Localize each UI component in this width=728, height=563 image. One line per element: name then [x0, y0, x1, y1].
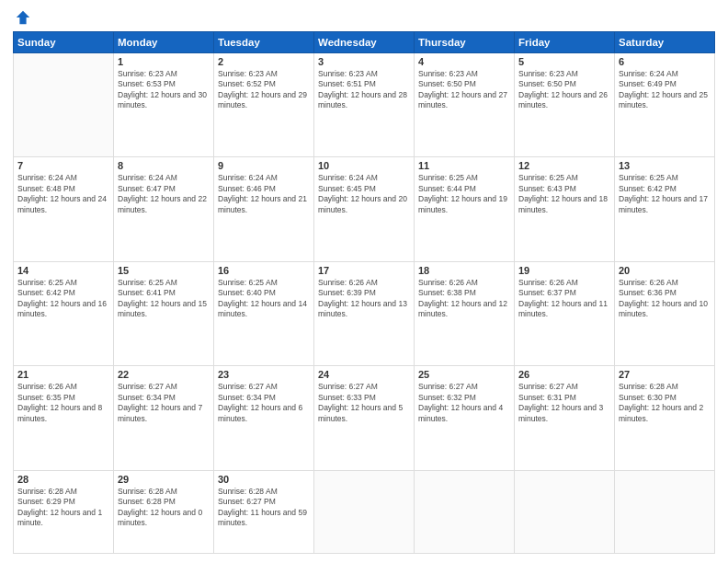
calendar-cell: 27Sunrise: 6:28 AMSunset: 6:30 PMDayligh…	[615, 366, 715, 470]
calendar-week-row: 1Sunrise: 6:23 AMSunset: 6:53 PMDaylight…	[14, 53, 715, 157]
calendar-cell: 3Sunrise: 6:23 AMSunset: 6:51 PMDaylight…	[314, 53, 415, 157]
day-number: 3	[318, 56, 410, 67]
day-info: Sunrise: 6:25 AMSunset: 6:42 PMDaylight:…	[17, 278, 109, 320]
day-number: 17	[318, 265, 410, 276]
header	[13, 9, 715, 26]
day-info: Sunrise: 6:27 AMSunset: 6:33 PMDaylight:…	[318, 382, 410, 424]
calendar-cell: 9Sunrise: 6:24 AMSunset: 6:46 PMDaylight…	[214, 157, 314, 261]
calendar-cell: 25Sunrise: 6:27 AMSunset: 6:32 PMDayligh…	[415, 366, 515, 470]
day-info: Sunrise: 6:24 AMSunset: 6:47 PMDaylight:…	[118, 173, 210, 215]
day-info: Sunrise: 6:25 AMSunset: 6:40 PMDaylight:…	[218, 278, 310, 320]
calendar-cell: 15Sunrise: 6:25 AMSunset: 6:41 PMDayligh…	[114, 261, 214, 365]
day-number: 2	[218, 56, 310, 67]
day-number: 18	[418, 265, 510, 276]
day-info: Sunrise: 6:28 AMSunset: 6:30 PMDaylight:…	[619, 382, 711, 424]
calendar-cell: 8Sunrise: 6:24 AMSunset: 6:47 PMDaylight…	[114, 157, 214, 261]
calendar-cell: 17Sunrise: 6:26 AMSunset: 6:39 PMDayligh…	[314, 261, 415, 365]
calendar-cell: 5Sunrise: 6:23 AMSunset: 6:50 PMDaylight…	[515, 53, 615, 157]
calendar-week-row: 14Sunrise: 6:25 AMSunset: 6:42 PMDayligh…	[14, 261, 715, 365]
calendar-cell: 16Sunrise: 6:25 AMSunset: 6:40 PMDayligh…	[214, 261, 314, 365]
col-header-sunday: Sunday	[14, 32, 114, 53]
day-info: Sunrise: 6:28 AMSunset: 6:27 PMDaylight:…	[218, 487, 310, 529]
day-number: 12	[518, 160, 610, 171]
day-number: 13	[619, 160, 711, 171]
calendar-cell: 4Sunrise: 6:23 AMSunset: 6:50 PMDaylight…	[415, 53, 515, 157]
calendar-cell	[615, 470, 715, 553]
day-info: Sunrise: 6:23 AMSunset: 6:50 PMDaylight:…	[418, 69, 510, 111]
calendar-header-row: SundayMondayTuesdayWednesdayThursdayFrid…	[14, 32, 715, 53]
day-info: Sunrise: 6:28 AMSunset: 6:29 PMDaylight:…	[17, 487, 109, 529]
page: SundayMondayTuesdayWednesdayThursdayFrid…	[0, 0, 728, 563]
calendar-cell	[515, 470, 615, 553]
day-number: 22	[118, 369, 210, 380]
day-number: 24	[318, 369, 410, 380]
calendar-cell	[314, 470, 415, 553]
col-header-tuesday: Tuesday	[214, 32, 314, 53]
calendar-week-row: 21Sunrise: 6:26 AMSunset: 6:35 PMDayligh…	[14, 366, 715, 470]
col-header-monday: Monday	[114, 32, 214, 53]
calendar-cell	[14, 53, 114, 157]
day-info: Sunrise: 6:24 AMSunset: 6:46 PMDaylight:…	[218, 173, 310, 215]
day-info: Sunrise: 6:23 AMSunset: 6:51 PMDaylight:…	[318, 69, 410, 111]
calendar-cell: 13Sunrise: 6:25 AMSunset: 6:42 PMDayligh…	[615, 157, 715, 261]
day-info: Sunrise: 6:26 AMSunset: 6:37 PMDaylight:…	[518, 278, 610, 320]
day-number: 7	[17, 160, 109, 171]
calendar-cell: 28Sunrise: 6:28 AMSunset: 6:29 PMDayligh…	[14, 470, 114, 553]
day-info: Sunrise: 6:24 AMSunset: 6:45 PMDaylight:…	[318, 173, 410, 215]
day-number: 15	[118, 265, 210, 276]
day-info: Sunrise: 6:24 AMSunset: 6:48 PMDaylight:…	[17, 173, 109, 215]
day-info: Sunrise: 6:26 AMSunset: 6:36 PMDaylight:…	[619, 278, 711, 320]
day-number: 27	[619, 369, 711, 380]
day-number: 19	[518, 265, 610, 276]
calendar-cell: 20Sunrise: 6:26 AMSunset: 6:36 PMDayligh…	[615, 261, 715, 365]
day-number: 23	[218, 369, 310, 380]
day-number: 21	[17, 369, 109, 380]
day-number: 8	[118, 160, 210, 171]
calendar-cell: 19Sunrise: 6:26 AMSunset: 6:37 PMDayligh…	[515, 261, 615, 365]
calendar-cell: 6Sunrise: 6:24 AMSunset: 6:49 PMDaylight…	[615, 53, 715, 157]
day-info: Sunrise: 6:27 AMSunset: 6:31 PMDaylight:…	[518, 382, 610, 424]
calendar-cell: 26Sunrise: 6:27 AMSunset: 6:31 PMDayligh…	[515, 366, 615, 470]
day-info: Sunrise: 6:23 AMSunset: 6:53 PMDaylight:…	[118, 69, 210, 111]
calendar-cell: 12Sunrise: 6:25 AMSunset: 6:43 PMDayligh…	[515, 157, 615, 261]
day-number: 16	[218, 265, 310, 276]
day-number: 4	[418, 56, 510, 67]
day-info: Sunrise: 6:28 AMSunset: 6:28 PMDaylight:…	[118, 487, 210, 529]
logo-icon	[15, 9, 31, 26]
calendar-cell: 30Sunrise: 6:28 AMSunset: 6:27 PMDayligh…	[214, 470, 314, 553]
calendar-cell: 10Sunrise: 6:24 AMSunset: 6:45 PMDayligh…	[314, 157, 415, 261]
day-info: Sunrise: 6:25 AMSunset: 6:44 PMDaylight:…	[418, 173, 510, 215]
day-number: 14	[17, 265, 109, 276]
calendar-week-row: 7Sunrise: 6:24 AMSunset: 6:48 PMDaylight…	[14, 157, 715, 261]
day-info: Sunrise: 6:25 AMSunset: 6:43 PMDaylight:…	[518, 173, 610, 215]
calendar-cell: 1Sunrise: 6:23 AMSunset: 6:53 PMDaylight…	[114, 53, 214, 157]
calendar-week-row: 28Sunrise: 6:28 AMSunset: 6:29 PMDayligh…	[14, 470, 715, 553]
day-number: 5	[518, 56, 610, 67]
calendar-cell: 18Sunrise: 6:26 AMSunset: 6:38 PMDayligh…	[415, 261, 515, 365]
day-info: Sunrise: 6:27 AMSunset: 6:34 PMDaylight:…	[218, 382, 310, 424]
col-header-thursday: Thursday	[415, 32, 515, 53]
day-info: Sunrise: 6:26 AMSunset: 6:38 PMDaylight:…	[418, 278, 510, 320]
day-number: 11	[418, 160, 510, 171]
day-info: Sunrise: 6:26 AMSunset: 6:39 PMDaylight:…	[318, 278, 410, 320]
day-number: 10	[318, 160, 410, 171]
day-number: 30	[218, 474, 310, 485]
calendar-cell: 21Sunrise: 6:26 AMSunset: 6:35 PMDayligh…	[14, 366, 114, 470]
day-info: Sunrise: 6:27 AMSunset: 6:32 PMDaylight:…	[418, 382, 510, 424]
day-number: 26	[518, 369, 610, 380]
day-number: 25	[418, 369, 510, 380]
calendar-cell: 11Sunrise: 6:25 AMSunset: 6:44 PMDayligh…	[415, 157, 515, 261]
day-info: Sunrise: 6:25 AMSunset: 6:41 PMDaylight:…	[118, 278, 210, 320]
day-number: 9	[218, 160, 310, 171]
day-info: Sunrise: 6:26 AMSunset: 6:35 PMDaylight:…	[17, 382, 109, 424]
col-header-friday: Friday	[515, 32, 615, 53]
day-info: Sunrise: 6:23 AMSunset: 6:52 PMDaylight:…	[218, 69, 310, 111]
svg-marker-0	[17, 11, 29, 24]
calendar-cell: 29Sunrise: 6:28 AMSunset: 6:28 PMDayligh…	[114, 470, 214, 553]
day-number: 28	[17, 474, 109, 485]
day-info: Sunrise: 6:25 AMSunset: 6:42 PMDaylight:…	[619, 173, 711, 215]
day-number: 6	[619, 56, 711, 67]
col-header-wednesday: Wednesday	[314, 32, 415, 53]
day-number: 1	[118, 56, 210, 67]
day-info: Sunrise: 6:27 AMSunset: 6:34 PMDaylight:…	[118, 382, 210, 424]
